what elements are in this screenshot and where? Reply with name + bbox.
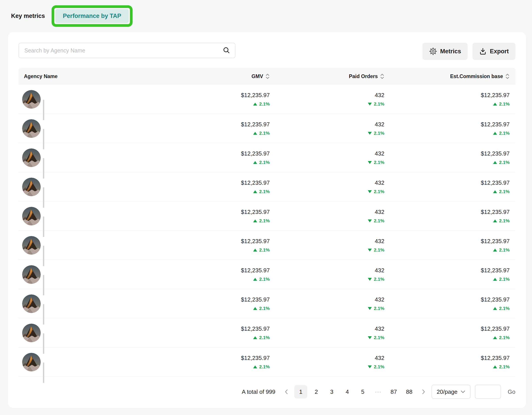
pagination-bar: A total of 999 1 2 3 4 5 ··· 87 88 20/pa… bbox=[19, 385, 515, 399]
column-header-est-commission[interactable]: Est.Commission base bbox=[384, 73, 515, 79]
est-commission-delta-label: 2.1% bbox=[499, 306, 510, 311]
paid-orders-delta-label: 2.1% bbox=[374, 160, 384, 165]
metrics-button[interactable]: Metrics bbox=[422, 43, 468, 60]
est-commission-delta: 2.1% bbox=[493, 189, 510, 194]
tab-performance-by-tap[interactable]: Performance by TAP bbox=[55, 9, 129, 23]
trend-arrow-icon bbox=[368, 103, 372, 105]
est-commission-delta-label: 2.1% bbox=[499, 218, 510, 223]
table-row[interactable]: $12,235.97 2.1% 432 2.1% $12,235.97 2.1% bbox=[19, 114, 515, 143]
sort-icon[interactable] bbox=[380, 73, 384, 79]
est-commission-delta: 2.1% bbox=[493, 247, 510, 253]
total-count-label: A total of 999 bbox=[242, 388, 276, 395]
gmv-delta: 2.1% bbox=[253, 364, 270, 369]
trend-arrow-icon bbox=[493, 336, 497, 339]
trend-arrow-icon bbox=[368, 190, 372, 193]
page-jump-input[interactable] bbox=[475, 385, 501, 399]
gmv-cell: $12,235.97 2.1% bbox=[181, 150, 270, 165]
paid-orders-cell: 432 2.1% bbox=[270, 179, 384, 194]
table-row[interactable]: $12,235.97 2.1% 432 2.1% $12,235.97 2.1% bbox=[19, 201, 515, 231]
tab-key-metrics[interactable]: Key metrics bbox=[11, 13, 45, 19]
agency-cell bbox=[19, 324, 181, 342]
agency-cell bbox=[19, 265, 181, 284]
gmv-delta: 2.1% bbox=[253, 218, 270, 223]
table-row[interactable]: $12,235.97 2.1% 432 2.1% $12,235.97 2.1% bbox=[19, 348, 515, 377]
paid-orders-delta-label: 2.1% bbox=[374, 247, 384, 253]
paid-orders-value: 432 bbox=[375, 355, 384, 361]
est-commission-delta-label: 2.1% bbox=[499, 364, 510, 369]
page-number[interactable]: 2 bbox=[310, 385, 323, 398]
agency-avatar bbox=[22, 265, 41, 284]
gmv-cell: $12,235.97 2.1% bbox=[181, 355, 270, 369]
sort-icon[interactable] bbox=[505, 73, 510, 79]
trend-arrow-icon bbox=[368, 336, 372, 339]
table-row[interactable]: $12,235.97 2.1% 432 2.1% $12,235.97 2.1% bbox=[19, 231, 515, 260]
trend-arrow-icon bbox=[368, 249, 372, 252]
page-number[interactable]: 1 bbox=[294, 385, 307, 398]
gmv-delta-label: 2.1% bbox=[259, 189, 270, 194]
gmv-delta-label: 2.1% bbox=[259, 247, 270, 253]
est-commission-delta: 2.1% bbox=[493, 335, 510, 340]
page-size-select[interactable]: 20/page bbox=[432, 385, 470, 399]
trend-arrow-icon bbox=[253, 336, 257, 339]
gmv-cell: $12,235.97 2.1% bbox=[181, 296, 270, 311]
paid-orders-delta: 2.1% bbox=[368, 131, 384, 136]
est-commission-value: $12,235.97 bbox=[481, 92, 510, 99]
export-button[interactable]: Export bbox=[473, 43, 515, 60]
trend-arrow-icon bbox=[493, 249, 497, 252]
table-header-row: Agency Name GMV Paid Orders Est.Com bbox=[19, 68, 515, 85]
sort-icon[interactable] bbox=[265, 73, 270, 79]
gmv-value: $12,235.97 bbox=[241, 150, 270, 157]
table-row[interactable]: $12,235.97 2.1% 432 2.1% $12,235.97 2.1% bbox=[19, 85, 515, 114]
trend-arrow-icon bbox=[493, 132, 497, 135]
est-commission-delta: 2.1% bbox=[493, 101, 510, 107]
gmv-delta-label: 2.1% bbox=[259, 101, 270, 107]
gmv-value: $12,235.97 bbox=[241, 296, 270, 303]
column-header-gmv[interactable]: GMV bbox=[181, 73, 270, 79]
page-number[interactable]: 3 bbox=[325, 385, 338, 398]
est-commission-delta: 2.1% bbox=[493, 276, 510, 282]
agency-cell bbox=[19, 236, 181, 255]
gmv-delta: 2.1% bbox=[253, 276, 270, 282]
paid-orders-value: 432 bbox=[375, 238, 384, 245]
paid-orders-value: 432 bbox=[375, 209, 384, 216]
est-commission-cell: $12,235.97 2.1% bbox=[384, 209, 515, 223]
agency-cell bbox=[19, 294, 181, 313]
agency-avatar bbox=[22, 324, 41, 342]
table-row[interactable]: $12,235.97 2.1% 432 2.1% $12,235.97 2.1% bbox=[19, 289, 515, 318]
column-header-paid-orders[interactable]: Paid Orders bbox=[270, 73, 384, 79]
gmv-cell: $12,235.97 2.1% bbox=[181, 179, 270, 194]
table-row[interactable]: $12,235.97 2.1% 432 2.1% $12,235.97 2.1% bbox=[19, 260, 515, 289]
est-commission-value: $12,235.97 bbox=[481, 179, 510, 186]
est-commission-value: $12,235.97 bbox=[481, 209, 510, 216]
page-number[interactable]: 5 bbox=[356, 385, 369, 398]
table-row[interactable]: $12,235.97 2.1% 432 2.1% $12,235.97 2.1% bbox=[19, 172, 515, 201]
page-number[interactable]: 87 bbox=[387, 385, 400, 398]
paid-orders-value: 432 bbox=[375, 267, 384, 274]
go-button[interactable]: Go bbox=[508, 388, 515, 395]
trend-arrow-icon bbox=[368, 366, 372, 368]
previous-page-chevron-icon[interactable] bbox=[282, 385, 291, 398]
est-commission-value: $12,235.97 bbox=[481, 121, 510, 128]
trend-arrow-icon bbox=[253, 103, 257, 105]
trend-arrow-icon bbox=[253, 366, 257, 368]
est-commission-value: $12,235.97 bbox=[481, 296, 510, 303]
est-commission-delta: 2.1% bbox=[493, 364, 510, 369]
page-number[interactable]: 4 bbox=[341, 385, 354, 398]
trend-arrow-icon bbox=[253, 249, 257, 252]
est-commission-delta: 2.1% bbox=[493, 218, 510, 223]
est-commission-value: $12,235.97 bbox=[481, 238, 510, 245]
table-row[interactable]: $12,235.97 2.1% 432 2.1% $12,235.97 2.1% bbox=[19, 318, 515, 348]
trend-arrow-icon bbox=[253, 132, 257, 135]
gmv-cell: $12,235.97 2.1% bbox=[181, 121, 270, 136]
gmv-delta: 2.1% bbox=[253, 131, 270, 136]
column-header-gmv-label: GMV bbox=[252, 74, 263, 79]
gmv-value: $12,235.97 bbox=[241, 121, 270, 128]
search-input[interactable] bbox=[19, 43, 236, 58]
search-icon[interactable] bbox=[223, 47, 231, 54]
next-page-chevron-icon[interactable] bbox=[419, 385, 428, 398]
table-row[interactable]: $12,235.97 2.1% 432 2.1% $12,235.97 2.1% bbox=[19, 143, 515, 172]
paid-orders-delta-label: 2.1% bbox=[374, 335, 384, 340]
trend-arrow-icon bbox=[493, 219, 497, 222]
page-number[interactable]: 88 bbox=[403, 385, 416, 398]
agency-cell bbox=[19, 119, 181, 138]
